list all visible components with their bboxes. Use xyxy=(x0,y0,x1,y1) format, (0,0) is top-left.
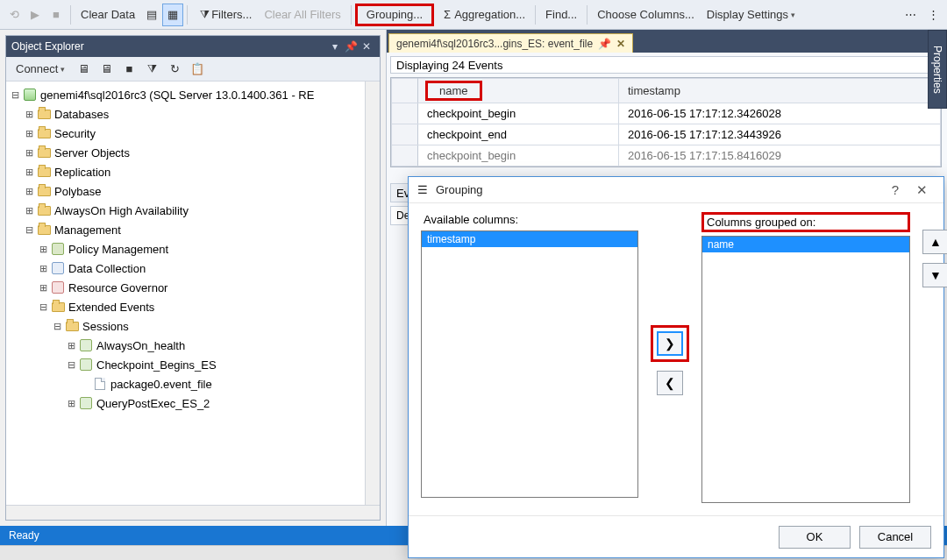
tree-node-resourcegov[interactable]: ⊞Resource Governor xyxy=(8,278,365,297)
move-buttons: ❯ ❮ xyxy=(651,212,689,508)
tree-node-xevents[interactable]: ⊟Extended Events xyxy=(8,297,365,316)
choose-columns-button[interactable]: Choose Columns... xyxy=(591,4,701,26)
tree-label: package0.event_file xyxy=(110,378,212,391)
object-explorer-toolbar: Connect 🖥 🖥 ■ ⧩ ↻ 📋 xyxy=(6,57,380,82)
folder-icon xyxy=(36,125,52,141)
list-item-name[interactable]: name xyxy=(702,237,909,252)
tree-node-security[interactable]: ⊞Security xyxy=(8,124,365,143)
tree-hscrollbar[interactable] xyxy=(6,505,380,520)
grouped-columns-area: Columns grouped on: name xyxy=(701,212,910,508)
tree-node-alwayson-health[interactable]: ⊞AlwaysOn_health xyxy=(8,336,365,355)
tab-close-icon[interactable]: ✕ xyxy=(616,38,625,50)
object-explorer-tree[interactable]: ⊟ genemi4f\sql2016rc3 (SQL Server 13.0.1… xyxy=(6,82,365,505)
grouped-columns-label: Columns grouped on: xyxy=(701,212,910,232)
clear-all-filters-button: Clear All Filters xyxy=(258,4,346,26)
dialog-help-button[interactable]: ? xyxy=(882,182,908,197)
pin-icon[interactable]: 📌 xyxy=(343,40,359,53)
document-tab[interactable]: genemi4f\sql2016rc3...gins_ES: event_fil… xyxy=(388,33,633,53)
tree-label: Extended Events xyxy=(68,301,154,314)
cell-ts: 2016-06-15 17:17:15.8416029 xyxy=(618,145,940,167)
panel-dropdown-icon[interactable]: ▾ xyxy=(327,40,343,53)
tree-label: Checkpoint_Begins_ES xyxy=(96,358,217,372)
tree-root[interactable]: ⊟ genemi4f\sql2016rc3 (SQL Server 13.0.1… xyxy=(8,85,365,104)
disconnect-icon[interactable]: 🖥 xyxy=(96,58,117,81)
toolbar-separator xyxy=(535,5,536,25)
col-header-timestamp[interactable]: timestamp xyxy=(618,79,940,103)
tab-pin-icon[interactable]: 📌 xyxy=(598,38,611,50)
events-grid[interactable]: name timestamp checkpoint_begin2016-06-1… xyxy=(390,77,942,167)
dialog-title: Grouping xyxy=(436,183,482,196)
registered-servers-icon[interactable]: 📋 xyxy=(187,58,208,81)
tree-node-package0[interactable]: ·package0.event_file xyxy=(8,374,365,393)
dialog-close-button[interactable]: ✕ xyxy=(908,182,935,198)
tree-node-querypostexec[interactable]: ⊞QueryPostExec_ES_2 xyxy=(8,393,365,413)
events-summary: Displaying 24 Events xyxy=(390,56,942,74)
tree-node-sessions[interactable]: ⊟Sessions xyxy=(8,316,365,336)
available-columns-listbox[interactable]: timestamp xyxy=(421,230,638,498)
object-explorer-panel: Object Explorer ▾ 📌 ✕ Connect 🖥 🖥 ■ ⧩ ↻ … xyxy=(5,35,381,521)
col-header-name[interactable]: name xyxy=(418,79,619,103)
tree-label: Management xyxy=(54,223,121,237)
tree-label: Server Objects xyxy=(54,146,130,159)
filters-button[interactable]: ⧩ Filters... xyxy=(191,4,258,26)
tree-label: QueryPostExec_ES_2 xyxy=(96,397,210,410)
aggregation-button[interactable]: Σ Aggregation... xyxy=(434,4,531,26)
remove-column-button[interactable]: ❮ xyxy=(657,371,683,395)
view-split-icon[interactable]: ▦ xyxy=(162,4,183,26)
tree-label: AlwaysOn_health xyxy=(96,339,185,352)
table-row[interactable]: checkpoint_end2016-06-15 17:17:12.344392… xyxy=(392,124,941,145)
move-up-button[interactable]: ▲ xyxy=(922,230,947,254)
connect-button[interactable]: Connect xyxy=(10,58,71,81)
session-icon xyxy=(78,357,94,372)
toolbar-separator xyxy=(187,5,188,25)
refresh-icon[interactable]: ↻ xyxy=(164,58,185,81)
grouped-columns-listbox[interactable]: name xyxy=(701,236,910,503)
cell-name: checkpoint_end xyxy=(418,124,619,145)
available-columns-area: Available columns: timestamp xyxy=(421,212,638,508)
tree-label: Resource Governor xyxy=(68,281,167,294)
clear-data-button[interactable]: Clear Data xyxy=(75,4,141,26)
tree-node-replication[interactable]: ⊞Replication xyxy=(8,162,365,181)
tree-label: Policy Management xyxy=(68,243,168,256)
table-row[interactable]: checkpoint_begin2016-06-15 17:17:12.3426… xyxy=(392,103,941,124)
grouping-button[interactable]: Grouping... xyxy=(355,4,434,26)
reorder-buttons: ▲ ▼ xyxy=(922,230,947,508)
status-text: Ready xyxy=(9,529,39,542)
find-button[interactable]: Find... xyxy=(539,4,583,26)
session-icon xyxy=(78,337,94,353)
row-header-corner xyxy=(392,79,418,103)
list-item-timestamp[interactable]: timestamp xyxy=(422,231,637,247)
overflow2-icon[interactable]: ⋮ xyxy=(922,4,943,26)
properties-side-tab[interactable]: Properties xyxy=(928,30,947,109)
available-columns-label: Available columns: xyxy=(421,212,638,227)
cell-ts: 2016-06-15 17:17:12.3426028 xyxy=(618,103,940,124)
overflow-icon[interactable]: ⋯ xyxy=(900,4,921,26)
stop-icon[interactable]: ■ xyxy=(118,58,139,81)
grouping-dialog-icon: ☰ xyxy=(416,183,430,197)
document-tabbar: genemi4f\sql2016rc3...gins_ES: event_fil… xyxy=(387,30,947,53)
close-icon[interactable]: ✕ xyxy=(359,40,374,53)
tree-label: Data Collection xyxy=(68,262,146,275)
tree-node-alwayson[interactable]: ⊞AlwaysOn High Availability xyxy=(8,201,365,220)
filter-icon[interactable]: ⧩ xyxy=(141,58,162,81)
sigma-icon: Σ xyxy=(440,8,454,22)
connect-server-icon[interactable]: 🖥 xyxy=(73,58,94,81)
ok-button[interactable]: OK xyxy=(779,526,851,549)
view-grid-icon[interactable]: ▤ xyxy=(141,4,162,26)
table-row[interactable]: checkpoint_begin2016-06-15 17:17:15.8416… xyxy=(392,145,941,167)
display-settings-button[interactable]: Display Settings xyxy=(701,4,801,26)
tree-node-server-objects[interactable]: ⊞Server Objects xyxy=(8,143,365,162)
tree-node-polybase[interactable]: ⊞Polybase xyxy=(8,181,365,201)
tree-node-databases[interactable]: ⊞Databases xyxy=(8,104,365,124)
move-down-button[interactable]: ▼ xyxy=(922,263,947,287)
tree-node-datacollection[interactable]: ⊞Data Collection xyxy=(8,259,365,278)
tree-node-checkpoint-begins[interactable]: ⊟Checkpoint_Begins_ES xyxy=(8,355,365,374)
nav-back-button: ⟲ xyxy=(4,4,25,26)
tree-node-management[interactable]: ⊟Management xyxy=(8,220,365,239)
tree-node-policy[interactable]: ⊞Policy Management xyxy=(8,239,365,259)
cancel-button[interactable]: Cancel xyxy=(859,526,931,549)
add-column-button[interactable]: ❯ xyxy=(657,331,683,356)
tree-label: Polybase xyxy=(54,185,101,198)
tree-vscrollbar[interactable] xyxy=(365,82,380,505)
server-icon xyxy=(22,87,38,103)
